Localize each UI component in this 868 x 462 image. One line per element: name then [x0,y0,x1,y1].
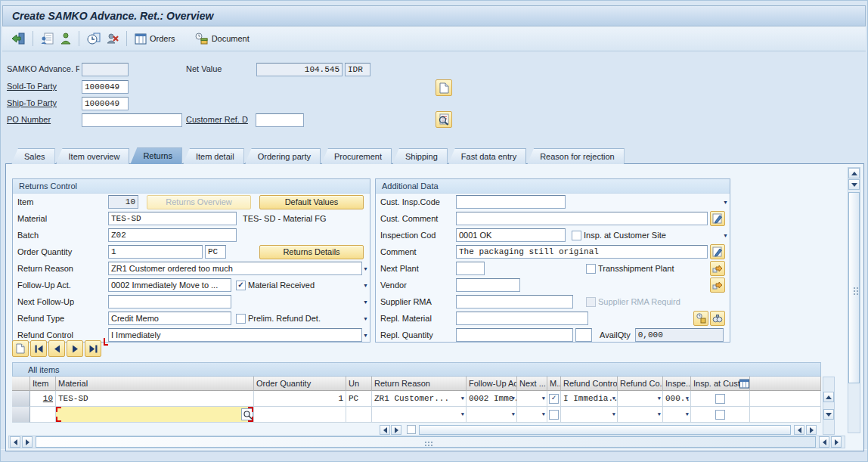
column-header-m[interactable]: M... [547,377,561,391]
refund-co-cell[interactable]: ▼ [618,407,663,423]
next-plant-goto-button[interactable] [710,261,725,276]
tab-item-overview[interactable]: Item overview [56,148,130,164]
inspection-cell[interactable]: ▼ [663,407,691,423]
repl-quantity-input[interactable] [456,328,573,342]
order-quantity-cell[interactable]: 1 [254,391,346,407]
row-insp-at-cust-checkbox[interactable] [715,394,725,404]
order-quantity-unit-input[interactable]: PC [205,245,226,259]
customer-ref-label[interactable]: Customer Ref. D [186,113,248,126]
ship-to-party-input[interactable]: 1000049 [82,97,129,110]
previous-item-button[interactable] [48,340,65,357]
column-header-insp-at-cust[interactable]: Insp. at Cust. [691,377,750,391]
panel-vscroll-thumb[interactable] [848,192,860,383]
row-selector[interactable] [12,391,30,407]
table-hscroll-right-button[interactable] [391,425,401,435]
next-follow-up-select[interactable]: ▼ [108,295,231,309]
panel-hscroll-left-button[interactable] [10,436,20,448]
follow-up-act-cell[interactable]: 0002 Imme...▼ [467,391,517,407]
panel-hscroll-right-end-button[interactable] [831,436,842,448]
refund-control-cell[interactable]: I Immedia...▼ [561,391,618,407]
cust-insp-code-select[interactable]: ▼ [456,195,566,209]
order-quantity-cell[interactable] [254,407,346,423]
sold-to-party-input[interactable]: 1000049 [82,80,129,94]
refund-co-cell[interactable]: ▼ [618,391,663,407]
material-cell[interactable]: TES-SD [56,391,254,407]
column-header-item[interactable]: Item [30,377,56,391]
table-hscroll-right-end-button[interactable] [806,425,817,435]
repl-material-availability-button[interactable] [710,311,725,326]
panel-vscroll-down-button[interactable] [848,179,860,190]
refund-control-cell[interactable]: ▼ [561,407,618,423]
batch-input[interactable]: Z02 [108,228,237,242]
document-button[interactable]: Document [192,29,253,48]
repl-material-schedule-button[interactable] [693,311,708,326]
material-input[interactable]: TES-SD [108,212,237,225]
tab-ordering-party[interactable]: Ordering party [245,148,321,164]
return-reason-cell[interactable]: ZR1 Customer...▼ [372,391,467,407]
inspection-code-select[interactable]: 0001 OK ▼ [456,228,566,242]
tab-procurement[interactable]: Procurement [321,148,392,164]
next-plant-input[interactable] [456,262,485,275]
unit-cell[interactable]: PC [346,391,372,407]
unit-cell[interactable] [346,407,372,423]
vendor-goto-button[interactable] [710,278,725,293]
create-document-button[interactable] [436,79,452,96]
refund-type-select[interactable]: Credit Memo ▼ [108,312,231,325]
new-item-button[interactable] [12,340,29,357]
comment-edit-button[interactable] [710,244,725,259]
order-quantity-input[interactable]: 1 [108,245,203,259]
tab-reason-for-rejection[interactable]: Reason for rejection [527,148,624,164]
prelim-refund-checkbox[interactable] [236,314,246,324]
tab-sales[interactable]: Sales [11,148,55,164]
panel-hscroll-right-button[interactable] [22,436,33,448]
tab-returns[interactable]: Returns [130,147,182,164]
inspection-cell[interactable]: 000...▼ [663,391,691,407]
sold-to-party-label[interactable]: Sold-To Party [7,80,57,93]
panel-vscroll-up-button[interactable] [848,168,860,178]
return-reason-cell[interactable]: ▼ [372,407,467,423]
row-selector[interactable] [12,407,30,423]
column-header-material[interactable]: Material [56,377,254,391]
next-cell[interactable]: ▼ [517,391,547,407]
tab-shipping[interactable]: Shipping [392,148,448,164]
customer-ref-input[interactable] [256,113,304,127]
panel-hscroll-thumb[interactable] [36,436,816,448]
search-document-button[interactable] [436,111,452,128]
table-vscroll-up-button[interactable] [823,392,834,402]
selector-column-header[interactable] [12,377,30,391]
tab-item-detail[interactable]: Item detail [183,148,244,164]
column-header-refund-co[interactable]: Refund Co... [618,377,663,391]
column-header-follow-up-act[interactable]: Follow-Up Act. [467,377,517,391]
supplier-rma-input[interactable] [456,295,573,309]
item-number-link[interactable]: 10 [43,394,53,403]
insp-at-cust-cell[interactable] [691,391,750,407]
insp-at-customer-site-checkbox[interactable] [572,231,581,240]
exit-button[interactable] [8,29,28,48]
insp-at-cust-cell[interactable] [691,407,750,423]
first-item-button[interactable] [30,340,47,357]
table-hscroll-thumb[interactable] [419,425,791,435]
table-hscroll-left-button[interactable] [380,425,390,435]
ship-to-party-label[interactable]: Ship-To Party [7,97,57,110]
orders-button[interactable]: Orders [132,29,178,48]
repl-quantity-unit-input[interactable] [575,328,592,342]
next-cell[interactable]: ▼ [517,407,547,423]
tab-fast-data-entry[interactable]: Fast data entry [448,148,526,164]
returns-details-button[interactable]: Returns Details [259,245,364,259]
reject-document-button[interactable] [104,29,122,48]
cust-comment-edit-button[interactable] [710,211,725,226]
transshipment-plant-checkbox[interactable] [586,264,596,274]
column-header-inspe[interactable]: Inspe... [663,377,691,391]
default-values-button[interactable]: Default Values [259,195,364,209]
table-vscroll-down-button[interactable] [823,409,834,420]
row-insp-at-cust-checkbox[interactable] [715,410,725,420]
panel-hscroll-left-end-button[interactable] [819,436,829,448]
column-header-order-quantity[interactable]: Order Quantity [254,377,346,391]
follow-up-act-cell[interactable]: ▼ [467,407,517,423]
header-details-button[interactable] [84,29,104,48]
item-cell[interactable]: 10 [30,391,56,407]
display-sold-to-button[interactable] [38,29,57,48]
material-received-checkbox[interactable]: ✓ [236,281,246,290]
follow-up-act-select[interactable]: 0002 Immediately Move to ... ▼ [108,278,231,292]
comment-input[interactable]: The packaging still original [456,245,708,259]
